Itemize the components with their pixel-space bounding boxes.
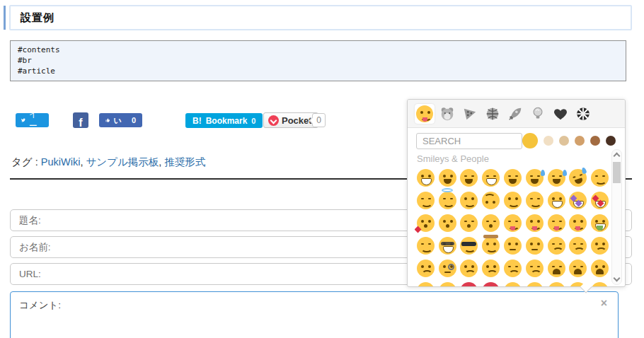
emoji-yum[interactable] (502, 211, 524, 234)
category-activity-icon[interactable] (483, 104, 502, 124)
emoji-blush[interactable] (589, 166, 611, 189)
emoji-tongue-closed-eyes[interactable] (546, 211, 568, 234)
emoji-rofl[interactable] (568, 166, 590, 189)
emoji-confused-face (417, 260, 435, 277)
emoji-monocle[interactable] (437, 257, 459, 279)
emoji-weary[interactable] (568, 257, 590, 279)
skin-tone-6[interactable] (606, 136, 616, 146)
tag-links: PukiWiki, サンプル掲示板, 推奨形式 (41, 156, 206, 168)
category-travel-places-icon[interactable] (505, 104, 525, 124)
facebook-like-button[interactable]: いいね! 0 (99, 113, 142, 127)
emoji-kissing-heart[interactable] (415, 211, 437, 234)
category-food-drink-icon[interactable] (460, 104, 480, 124)
tag-link-サンプル掲示板[interactable]: サンプル掲示板 (86, 156, 159, 168)
hatena-bookmark-button[interactable]: B! Bookmark 0 (185, 113, 263, 128)
emoji-sleepy[interactable] (437, 279, 459, 286)
tweet-button[interactable]: ツイート (16, 113, 49, 127)
emoji-unamused-face (526, 237, 544, 255)
like-label: いいね! (114, 105, 128, 136)
emoji-flushed[interactable] (524, 279, 546, 286)
emoji-smirk[interactable] (502, 234, 524, 257)
emoji-wink[interactable] (502, 189, 524, 211)
category-flags-icon[interactable] (573, 104, 593, 124)
skin-tone-4[interactable] (575, 136, 585, 146)
emoji-smiley[interactable] (437, 166, 459, 189)
emoji-cursing[interactable] (480, 279, 502, 286)
emoji-disappointed[interactable] (546, 234, 568, 257)
emoji-joy[interactable] (546, 166, 568, 189)
emoji-frowning-open-face (591, 260, 609, 277)
skin-tone-1[interactable] (522, 133, 538, 148)
emoji-blush-face (591, 169, 609, 187)
emoji-hugging[interactable] (415, 234, 437, 257)
emoji-unamused[interactable] (524, 234, 546, 257)
emoji-sunglasses[interactable] (459, 234, 481, 257)
emoji-persevere[interactable] (502, 257, 524, 279)
emoji-upside-down[interactable] (480, 189, 502, 211)
emoji-neutral[interactable] (546, 279, 568, 286)
emoji-innocent[interactable] (437, 189, 459, 211)
emoji-frowning[interactable] (480, 257, 502, 279)
emoji-hushed[interactable] (589, 279, 611, 286)
scroll-up-icon[interactable] (614, 153, 621, 160)
emoji-grin[interactable] (480, 166, 502, 189)
emoji-nerd[interactable] (437, 234, 459, 257)
scrollbar[interactable] (611, 149, 622, 285)
tag-link-PukiWiki[interactable]: PukiWiki (41, 156, 81, 168)
page-title: 設置例 (21, 11, 54, 25)
emoji-heart-eyes-face (591, 192, 609, 209)
skin-tone-2[interactable] (544, 136, 553, 146)
category-symbols-icon[interactable] (551, 104, 570, 124)
tag-label: タグ : (11, 156, 38, 168)
close-icon[interactable]: × (601, 298, 607, 309)
skin-tone-5[interactable] (590, 136, 600, 146)
emoji-cowboy[interactable] (480, 234, 502, 257)
tongue-accent (510, 226, 515, 231)
tear-accent (581, 167, 587, 174)
emoji-laughing[interactable] (502, 166, 524, 189)
emoji-heart-eyes[interactable] (589, 189, 611, 211)
emoji-confused[interactable] (415, 257, 437, 279)
category-animals-nature-icon[interactable] (437, 104, 457, 124)
emoji-kissing-closed-eyes[interactable] (480, 211, 502, 234)
emoji-sweat-smile[interactable] (524, 166, 546, 189)
emoji-grinning[interactable] (415, 166, 437, 189)
emoji-search-input[interactable] (416, 133, 522, 149)
tag-link-推奨形式[interactable]: 推奨形式 (164, 156, 205, 168)
tweet-label: ツイート (29, 96, 43, 144)
emoji-slightly-smiling[interactable] (459, 189, 481, 211)
pocket-icon (268, 115, 279, 126)
emoji-yum-face (504, 214, 522, 232)
emoji-neutral-face (548, 282, 565, 287)
emoji-tired[interactable] (546, 257, 568, 279)
emoji-slightly-frowning[interactable] (459, 257, 481, 279)
scrollbar-thumb[interactable] (613, 162, 621, 183)
emoji-relaxed[interactable] (415, 189, 437, 211)
emoji-sleepy-face (439, 282, 456, 287)
category-objects-icon[interactable] (528, 104, 548, 124)
emoji-kissing-closed-eyes-face (482, 214, 500, 232)
emoji-star-struck[interactable] (568, 189, 590, 211)
skin-tone-3[interactable] (559, 136, 569, 146)
emoji-worried[interactable] (589, 234, 611, 257)
emoji-kissing[interactable] (437, 211, 459, 234)
emoji-stuck-out-tongue[interactable] (568, 211, 590, 234)
emoji-rage[interactable] (459, 279, 481, 286)
emoji-money-mouth[interactable] (589, 211, 611, 234)
emoji-flushed-face (526, 282, 544, 287)
emoji-smile[interactable] (459, 166, 481, 189)
comment-textarea[interactable] (10, 291, 619, 338)
emoji-relieved[interactable] (524, 189, 546, 211)
facebook-share-button[interactable]: f (73, 112, 88, 128)
emoji-tongue-wink[interactable] (524, 211, 546, 234)
emoji-kissing-smiling-eyes[interactable] (459, 211, 481, 234)
emoji-zany[interactable] (546, 189, 568, 211)
emoji-rolling-eyes[interactable] (415, 279, 437, 286)
emoji-frowning-open[interactable] (589, 257, 611, 279)
scroll-down-icon[interactable] (614, 275, 621, 282)
emoji-pensive[interactable] (568, 234, 590, 257)
emoji-confounded[interactable] (524, 257, 546, 279)
tongue-accent (532, 226, 537, 231)
emoji-triumph[interactable] (502, 279, 524, 286)
category-smileys-people-icon[interactable] (415, 104, 435, 124)
